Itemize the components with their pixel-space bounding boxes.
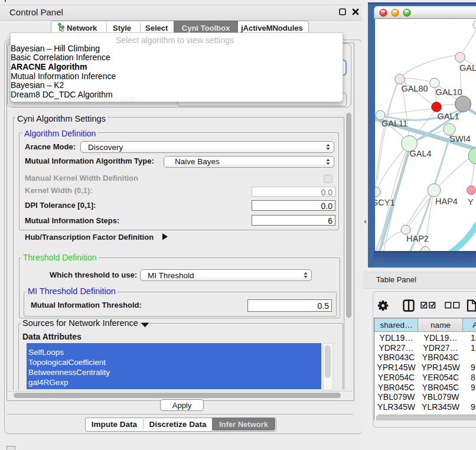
svg-text:GAL4: GAL4 [409, 149, 431, 158]
svg-text:HAP2: HAP2 [406, 234, 429, 243]
svg-text:GAL80: GAL80 [401, 84, 428, 93]
svg-text:SWI4: SWI4 [449, 134, 470, 144]
svg-text:GAL1: GAL1 [437, 112, 459, 121]
svg-text:HAP4: HAP4 [435, 197, 458, 206]
svg-text:GAL11: GAL11 [382, 119, 407, 128]
svg-text:GCY1: GCY1 [375, 198, 395, 207]
svg-text:GAL7: GAL7 [459, 63, 476, 73]
svg-text:Y: Y [468, 197, 474, 207]
svg-text:GAL10: GAL10 [435, 87, 462, 97]
